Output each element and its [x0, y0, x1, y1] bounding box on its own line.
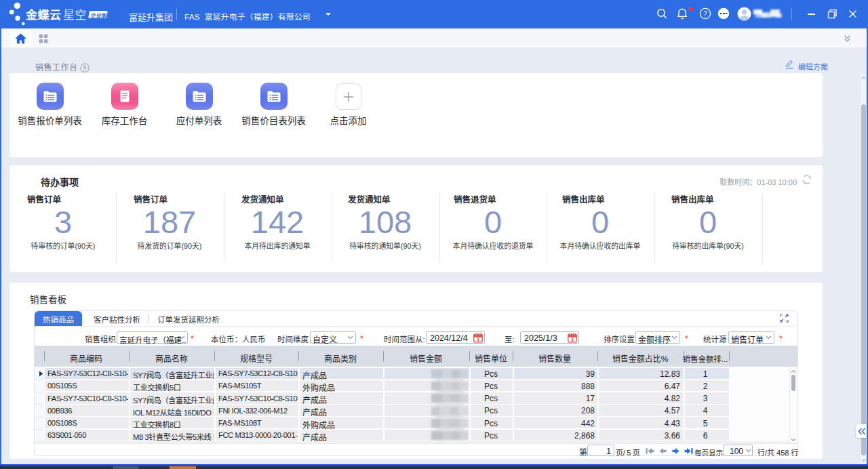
svg-text:?: ? [703, 9, 707, 18]
svg-text:1: 1 [571, 336, 574, 342]
svg-text:1: 1 [477, 336, 479, 342]
